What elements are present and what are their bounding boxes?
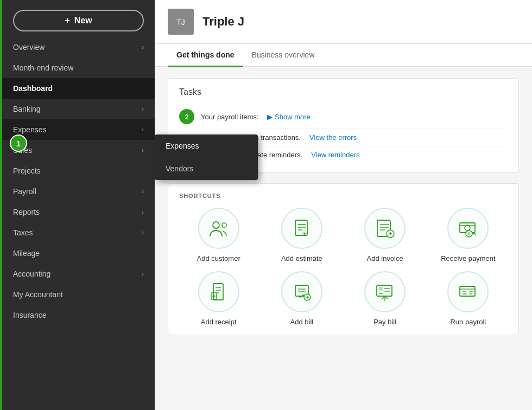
sidebar-item-banking[interactable]: Banking › [2,99,155,119]
sidebar-item-my-accountant[interactable]: My Accountant [2,284,155,305]
company-header: TJ Triple J [155,0,532,44]
sidebar-label-expenses: Expenses [13,125,46,134]
dropdown-item-expenses[interactable]: Expenses [155,134,258,157]
shortcut-run-payroll[interactable]: Run payroll [429,271,508,326]
shortcut-add-invoice[interactable]: Add invoice [346,208,425,262]
svg-point-2 [213,222,219,228]
sidebar-item-mileage[interactable]: Mileage [2,243,155,264]
view-reminders-link[interactable]: View reminders [311,151,359,159]
add-receipt-icon [198,271,239,312]
svg-point-3 [222,223,226,227]
tab-get-things-done[interactable]: Get things done [168,44,243,67]
task-badge-payroll: 2 [179,109,194,124]
new-button-wrap: + New [2,0,155,37]
svg-rect-37 [379,287,383,290]
tab-label-business-overview: Business overview [252,50,315,59]
shortcut-pay-bill[interactable]: Pay bill [346,271,425,326]
tab-label-get-things-done: Get things done [176,50,235,59]
add-invoice-icon [364,208,406,249]
sidebar-label-payroll: Payroll [13,187,36,196]
sidebar-label-accounting: Accounting [13,270,50,278]
sidebar-item-month-end[interactable]: Month-end review [2,57,155,78]
run-payroll-icon [447,271,489,312]
shortcut-add-customer[interactable]: Add customer [179,208,258,262]
content-area: Tasks 2 Your payroll items: ▶ Show more … [155,67,532,410]
add-estimate-icon [281,208,322,249]
sidebar-item-reports[interactable]: Reports › [2,202,155,222]
sidebar-item-dashboard[interactable]: Dashboard [2,78,155,99]
view-errors-link[interactable]: View the errors [309,133,357,142]
svg-rect-36 [377,285,392,296]
expenses-dropdown: Expenses Vendors [155,134,258,180]
shortcut-label-add-customer: Add customer [197,254,240,262]
sidebar-item-expenses[interactable]: Expenses › [2,119,155,140]
sidebar-item-projects[interactable]: Projects [2,161,155,181]
shortcut-add-receipt[interactable]: Add receipt [179,271,258,326]
tab-business-overview[interactable]: Business overview [243,44,324,67]
chevron-right-icon: › [142,229,144,236]
svg-rect-23 [213,284,223,300]
dropdown-label-expenses: Expenses [166,142,199,150]
svg-rect-42 [460,286,475,296]
main-content: TJ Triple J Get things done Business ove… [155,0,532,410]
chevron-right-icon: › [142,126,144,133]
shortcuts-grid: Add customer [179,208,508,326]
svg-text:TJ: TJ [176,18,185,27]
new-button[interactable]: + New [13,10,144,31]
sidebar-label-taxes: Taxes [13,228,33,237]
sidebar-item-payroll[interactable]: Payroll › [2,181,155,202]
sidebar-label-insurance: Insurance [13,311,46,319]
add-customer-icon [198,208,239,249]
chevron-right-icon: › [142,146,144,154]
sidebar-label-month-end: Month-end review [13,63,73,72]
sidebar-label-mileage: Mileage [13,249,40,258]
plus-icon: + [65,16,69,25]
task-text-payroll: Your payroll items: [201,113,258,121]
dropdown-label-vendors: Vendors [166,164,193,173]
dropdown-item-vendors[interactable]: Vendors [155,157,258,180]
shortcut-add-bill[interactable]: Add bill [262,271,341,326]
sidebar-item-overview[interactable]: Overview › [2,37,155,57]
receive-payment-icon [447,208,489,249]
shortcut-label-add-bill: Add bill [290,318,314,326]
task-item-payroll: 2 Your payroll items: ▶ Show more [179,105,508,129]
shortcut-label-receive-payment: Receive payment [441,254,495,262]
chevron-right-icon: › [142,270,144,278]
add-bill-icon [281,271,322,312]
company-avatar: TJ [168,9,194,35]
sidebar-label-dashboard: Dashboard [13,84,53,93]
shortcut-label-pay-bill: Pay bill [373,318,396,326]
tabs-bar: Get things done Business overview [155,44,532,67]
shortcuts-title: SHORTCUTS [179,193,508,199]
show-more-link[interactable]: ▶ Show more [267,113,310,121]
pay-bill-icon [364,271,406,312]
shortcut-label-add-invoice: Add invoice [367,254,403,262]
sidebar-item-taxes[interactable]: Taxes › [2,222,155,243]
sidebar-label-projects: Projects [13,166,41,175]
shortcut-receive-payment[interactable]: Receive payment [429,208,508,262]
step-1-indicator: 1 [10,134,27,152]
shortcuts-section: SHORTCUTS Add customer [168,183,519,335]
tasks-title: Tasks [179,87,508,97]
chevron-right-icon: › [142,208,144,216]
company-name: Triple J [202,15,244,29]
chevron-right-icon: › [142,43,144,51]
sidebar-label-overview: Overview [13,43,45,52]
chevron-right-icon: › [142,188,144,195]
sidebar-item-accounting[interactable]: Accounting › [2,264,155,284]
chevron-right-icon: › [142,105,144,113]
shortcut-add-estimate[interactable]: Add estimate [262,208,341,262]
shortcut-label-run-payroll: Run payroll [450,318,486,326]
sidebar-item-insurance[interactable]: Insurance [2,305,155,325]
shortcut-label-add-estimate: Add estimate [281,254,322,262]
new-button-label: New [74,16,92,25]
sidebar-label-reports: Reports [13,208,40,216]
shortcut-label-add-receipt: Add receipt [201,318,237,326]
sidebar-label-banking: Banking [13,105,41,113]
sidebar-label-my-accountant: My Accountant [13,290,63,299]
sidebar: + New Overview › Month-end review Dashbo… [0,0,155,410]
